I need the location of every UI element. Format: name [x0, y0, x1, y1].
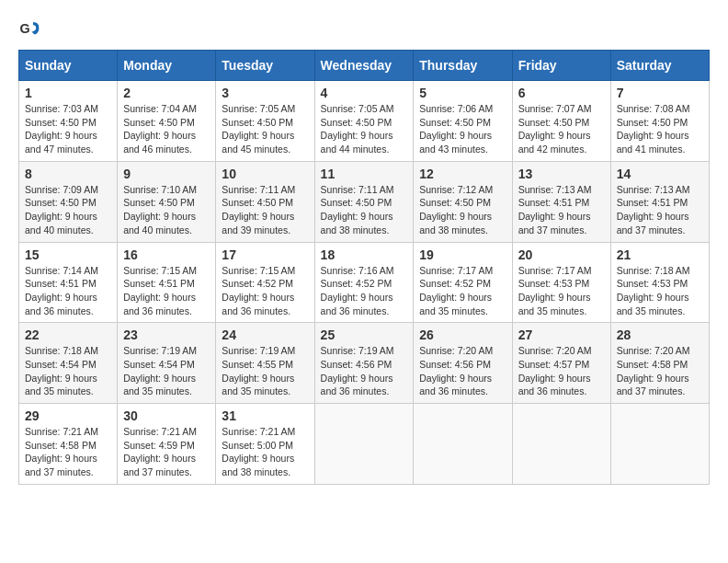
calendar-cell: 9Sunrise: 7:10 AM Sunset: 4:50 PM Daylig… — [118, 161, 216, 242]
day-info: Sunrise: 7:12 AM Sunset: 4:50 PM Dayligh… — [419, 183, 506, 237]
calendar-table: SundayMondayTuesdayWednesdayThursdayFrid… — [18, 50, 710, 485]
day-info: Sunrise: 7:16 AM Sunset: 4:52 PM Dayligh… — [321, 264, 408, 318]
calendar-cell: 11Sunrise: 7:11 AM Sunset: 4:50 PM Dayli… — [314, 161, 414, 242]
calendar-cell: 30Sunrise: 7:21 AM Sunset: 4:59 PM Dayli… — [118, 404, 216, 485]
day-number: 31 — [222, 408, 308, 423]
day-info: Sunrise: 7:13 AM Sunset: 4:51 PM Dayligh… — [518, 183, 605, 237]
day-info: Sunrise: 7:17 AM Sunset: 4:53 PM Dayligh… — [518, 264, 605, 318]
calendar-week-row: 22Sunrise: 7:18 AM Sunset: 4:54 PM Dayli… — [19, 323, 710, 404]
day-number: 22 — [25, 327, 111, 342]
calendar-cell: 14Sunrise: 7:13 AM Sunset: 4:51 PM Dayli… — [610, 161, 709, 242]
calendar-cell — [414, 404, 512, 485]
calendar-cell — [314, 404, 414, 485]
calendar-cell: 23Sunrise: 7:19 AM Sunset: 4:54 PM Dayli… — [118, 323, 216, 404]
day-info: Sunrise: 7:15 AM Sunset: 4:52 PM Dayligh… — [222, 264, 308, 318]
day-info: Sunrise: 7:18 AM Sunset: 4:53 PM Dayligh… — [617, 264, 703, 318]
day-number: 23 — [123, 327, 210, 342]
day-number: 16 — [123, 247, 210, 262]
day-number: 27 — [518, 327, 605, 342]
day-number: 9 — [123, 167, 210, 181]
day-info: Sunrise: 7:15 AM Sunset: 4:51 PM Dayligh… — [123, 264, 210, 318]
day-number: 5 — [419, 86, 506, 100]
calendar-cell: 28Sunrise: 7:20 AM Sunset: 4:58 PM Dayli… — [610, 323, 709, 404]
calendar-header-row: SundayMondayTuesdayWednesdayThursdayFrid… — [19, 51, 710, 81]
day-number: 4 — [321, 86, 408, 100]
calendar-cell — [512, 404, 610, 485]
calendar-cell: 24Sunrise: 7:19 AM Sunset: 4:55 PM Dayli… — [216, 323, 314, 404]
logo: G — [18, 18, 44, 40]
day-info: Sunrise: 7:20 AM Sunset: 4:56 PM Dayligh… — [419, 344, 506, 398]
day-info: Sunrise: 7:19 AM Sunset: 4:56 PM Dayligh… — [321, 344, 408, 398]
day-info: Sunrise: 7:17 AM Sunset: 4:52 PM Dayligh… — [419, 264, 506, 318]
day-number: 11 — [321, 167, 408, 181]
day-info: Sunrise: 7:06 AM Sunset: 4:50 PM Dayligh… — [419, 102, 506, 156]
day-info: Sunrise: 7:20 AM Sunset: 4:57 PM Dayligh… — [518, 344, 605, 398]
calendar-cell — [610, 404, 709, 485]
calendar-week-row: 29Sunrise: 7:21 AM Sunset: 4:58 PM Dayli… — [19, 404, 710, 485]
day-number: 28 — [617, 327, 703, 342]
calendar-cell: 1Sunrise: 7:03 AM Sunset: 4:50 PM Daylig… — [19, 81, 118, 162]
calendar-cell: 22Sunrise: 7:18 AM Sunset: 4:54 PM Dayli… — [19, 323, 118, 404]
day-number: 17 — [222, 247, 308, 262]
day-number: 7 — [617, 86, 703, 100]
day-number: 26 — [419, 327, 506, 342]
calendar-cell: 25Sunrise: 7:19 AM Sunset: 4:56 PM Dayli… — [314, 323, 414, 404]
calendar-header-wednesday: Wednesday — [314, 51, 414, 81]
calendar-header-saturday: Saturday — [610, 51, 709, 81]
calendar-cell: 21Sunrise: 7:18 AM Sunset: 4:53 PM Dayli… — [610, 242, 709, 323]
day-info: Sunrise: 7:13 AM Sunset: 4:51 PM Dayligh… — [617, 183, 703, 237]
calendar-cell: 31Sunrise: 7:21 AM Sunset: 5:00 PM Dayli… — [216, 404, 314, 485]
day-number: 19 — [419, 247, 506, 262]
day-info: Sunrise: 7:09 AM Sunset: 4:50 PM Dayligh… — [25, 183, 111, 237]
calendar-cell: 8Sunrise: 7:09 AM Sunset: 4:50 PM Daylig… — [19, 161, 118, 242]
calendar-header-thursday: Thursday — [414, 51, 512, 81]
calendar-cell: 17Sunrise: 7:15 AM Sunset: 4:52 PM Dayli… — [216, 242, 314, 323]
svg-text:G: G — [20, 21, 30, 36]
calendar-cell: 3Sunrise: 7:05 AM Sunset: 4:50 PM Daylig… — [216, 81, 314, 162]
day-info: Sunrise: 7:10 AM Sunset: 4:50 PM Dayligh… — [123, 183, 210, 237]
calendar-cell: 26Sunrise: 7:20 AM Sunset: 4:56 PM Dayli… — [414, 323, 512, 404]
day-info: Sunrise: 7:05 AM Sunset: 4:50 PM Dayligh… — [222, 102, 308, 156]
day-info: Sunrise: 7:11 AM Sunset: 4:50 PM Dayligh… — [222, 183, 308, 237]
calendar-cell: 2Sunrise: 7:04 AM Sunset: 4:50 PM Daylig… — [118, 81, 216, 162]
day-number: 30 — [123, 408, 210, 423]
day-number: 1 — [25, 86, 111, 100]
calendar-cell: 18Sunrise: 7:16 AM Sunset: 4:52 PM Dayli… — [314, 242, 414, 323]
day-number: 6 — [518, 86, 605, 100]
day-number: 8 — [25, 167, 111, 181]
calendar-cell: 6Sunrise: 7:07 AM Sunset: 4:50 PM Daylig… — [512, 81, 610, 162]
calendar-header-sunday: Sunday — [19, 51, 118, 81]
page-header: G — [18, 18, 710, 40]
day-info: Sunrise: 7:03 AM Sunset: 4:50 PM Dayligh… — [25, 102, 111, 156]
day-info: Sunrise: 7:07 AM Sunset: 4:50 PM Dayligh… — [518, 102, 605, 156]
day-info: Sunrise: 7:05 AM Sunset: 4:50 PM Dayligh… — [321, 102, 408, 156]
calendar-header-friday: Friday — [512, 51, 610, 81]
day-number: 15 — [25, 247, 111, 262]
day-number: 12 — [419, 167, 506, 181]
calendar-week-row: 1Sunrise: 7:03 AM Sunset: 4:50 PM Daylig… — [19, 81, 710, 162]
day-info: Sunrise: 7:19 AM Sunset: 4:54 PM Dayligh… — [123, 344, 210, 398]
day-number: 20 — [518, 247, 605, 262]
day-number: 10 — [222, 167, 308, 181]
calendar-cell: 15Sunrise: 7:14 AM Sunset: 4:51 PM Dayli… — [19, 242, 118, 323]
calendar-cell: 29Sunrise: 7:21 AM Sunset: 4:58 PM Dayli… — [19, 404, 118, 485]
day-number: 13 — [518, 167, 605, 181]
calendar-cell: 12Sunrise: 7:12 AM Sunset: 4:50 PM Dayli… — [414, 161, 512, 242]
day-info: Sunrise: 7:20 AM Sunset: 4:58 PM Dayligh… — [617, 344, 703, 398]
day-number: 3 — [222, 86, 308, 100]
day-number: 21 — [617, 247, 703, 262]
day-number: 29 — [25, 408, 111, 423]
calendar-cell: 4Sunrise: 7:05 AM Sunset: 4:50 PM Daylig… — [314, 81, 414, 162]
day-info: Sunrise: 7:21 AM Sunset: 5:00 PM Dayligh… — [222, 425, 308, 479]
day-info: Sunrise: 7:14 AM Sunset: 4:51 PM Dayligh… — [25, 264, 111, 318]
calendar-week-row: 8Sunrise: 7:09 AM Sunset: 4:50 PM Daylig… — [19, 161, 710, 242]
day-info: Sunrise: 7:21 AM Sunset: 4:59 PM Dayligh… — [123, 425, 210, 479]
day-number: 2 — [123, 86, 210, 100]
day-info: Sunrise: 7:18 AM Sunset: 4:54 PM Dayligh… — [25, 344, 111, 398]
calendar-cell: 16Sunrise: 7:15 AM Sunset: 4:51 PM Dayli… — [118, 242, 216, 323]
day-number: 18 — [321, 247, 408, 262]
day-info: Sunrise: 7:08 AM Sunset: 4:50 PM Dayligh… — [617, 102, 703, 156]
calendar-week-row: 15Sunrise: 7:14 AM Sunset: 4:51 PM Dayli… — [19, 242, 710, 323]
day-info: Sunrise: 7:19 AM Sunset: 4:55 PM Dayligh… — [222, 344, 308, 398]
calendar-cell: 10Sunrise: 7:11 AM Sunset: 4:50 PM Dayli… — [216, 161, 314, 242]
